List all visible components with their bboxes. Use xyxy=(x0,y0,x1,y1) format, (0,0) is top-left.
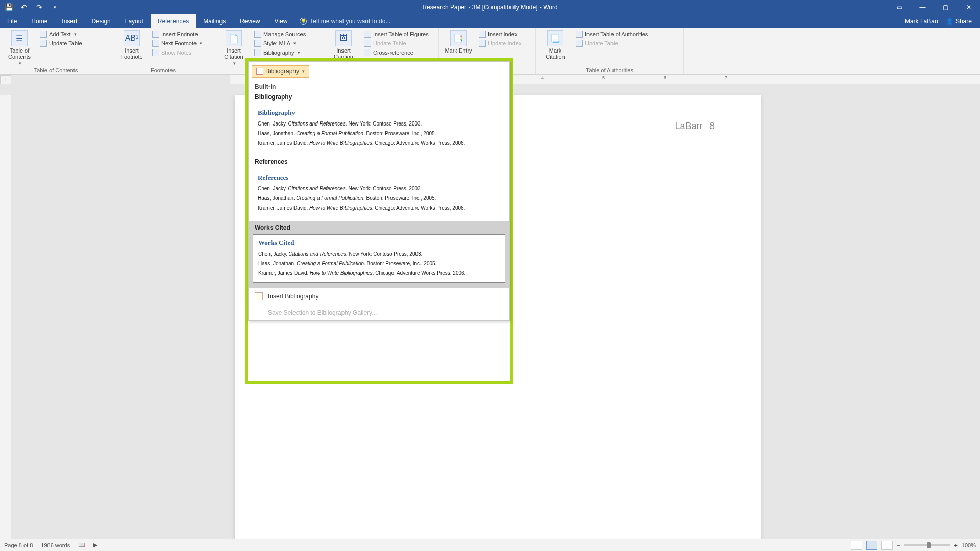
update-toa-button[interactable]: Update Table xyxy=(574,39,650,47)
zoom-out-button[interactable]: − xyxy=(897,542,900,548)
tab-file[interactable]: File xyxy=(0,14,24,28)
manage-sources-icon xyxy=(254,31,261,38)
tab-view[interactable]: View xyxy=(267,14,295,28)
tab-insert[interactable]: Insert xyxy=(55,14,84,28)
zoom-level[interactable]: 100% xyxy=(962,542,976,548)
insert-caption-button[interactable]: 🖼 Insert Caption xyxy=(328,30,359,60)
cross-ref-icon xyxy=(364,49,371,56)
toc-label: Table of Contents xyxy=(4,47,35,60)
add-text-button[interactable]: Add Text▾ xyxy=(38,30,84,38)
update-icon xyxy=(364,40,371,47)
show-notes-button[interactable]: Show Notes xyxy=(150,48,204,57)
tell-me-search[interactable]: 💡 Tell me what you want to do... xyxy=(295,14,390,28)
update-toc-button[interactable]: Update Table xyxy=(38,39,84,47)
update-index-button[interactable]: Update Index xyxy=(477,39,523,47)
insert-footnote-button[interactable]: AB¹ Insert Footnote xyxy=(116,30,147,60)
mark-entry-button[interactable]: 📑 Mark Entry xyxy=(443,30,474,54)
gallery-section-built-in: Built-In xyxy=(249,80,509,91)
bibliography-entry: Kramer, James David. How to Write Biblio… xyxy=(258,268,500,278)
tab-layout[interactable]: Layout xyxy=(118,14,151,28)
insert-endnote-button[interactable]: Insert Endnote xyxy=(150,30,204,38)
citation-icon: 📄 xyxy=(226,30,242,46)
gallery-item-label-references: References xyxy=(249,156,509,168)
group-label-toc: Table of Contents xyxy=(4,66,108,73)
bibliography-dropdown-button[interactable]: Bibliography▾ xyxy=(252,48,308,57)
update-icon xyxy=(479,40,486,47)
table-of-contents-button[interactable]: ☰ Table of Contents ▾ xyxy=(4,30,35,66)
bibliography-entry: Haas, Jonathan. Creating a Formal Public… xyxy=(258,193,500,203)
undo-icon[interactable]: ↶ xyxy=(19,3,29,12)
mark-entry-icon: 📑 xyxy=(450,30,467,46)
tell-me-placeholder: Tell me what you want to do... xyxy=(310,18,390,25)
maximize-button[interactable]: ▢ xyxy=(934,0,957,14)
tab-references[interactable]: References xyxy=(151,14,196,28)
bibliography-gallery-panel: Built-In Bibliography Bibliography Chen,… xyxy=(248,61,510,321)
macro-icon[interactable]: ▶ xyxy=(93,542,97,548)
gallery-item-bibliography[interactable]: Bibliography Chen, Jacky. Citations and … xyxy=(253,105,505,152)
share-icon: 👤 xyxy=(946,18,953,25)
tab-selector[interactable]: L xyxy=(0,75,11,84)
minimize-button[interactable]: — xyxy=(911,0,934,14)
print-layout-view-button[interactable] xyxy=(866,541,877,550)
qat-customize-icon[interactable]: ▾ xyxy=(50,3,59,12)
update-icon xyxy=(40,40,47,47)
citation-style-dropdown[interactable]: Style: MLA▾ xyxy=(252,39,308,47)
group-label-toa: Table of Authorities xyxy=(540,66,679,73)
update-tof-button[interactable]: Update Table xyxy=(362,39,431,47)
gallery-item-label-works-cited: Works Cited xyxy=(253,224,505,234)
style-icon xyxy=(254,40,261,47)
signed-in-user[interactable]: Mark LaBarr xyxy=(905,18,939,25)
bibliography-entry: Chen, Jacky. Citations and References. N… xyxy=(258,249,500,259)
chevron-down-icon: ▾ xyxy=(200,41,202,46)
share-button[interactable]: 👤 Share xyxy=(946,18,972,25)
save-icon[interactable]: 💾 xyxy=(4,3,13,12)
tab-mailings[interactable]: Mailings xyxy=(196,14,233,28)
mark-citation-button[interactable]: 📃 Mark Citation xyxy=(540,30,571,60)
chevron-down-icon: ▾ xyxy=(233,61,236,66)
chevron-down-icon: ▾ xyxy=(19,61,21,66)
add-text-icon xyxy=(40,31,47,38)
tab-review[interactable]: Review xyxy=(233,14,267,28)
web-layout-view-button[interactable] xyxy=(881,541,893,550)
read-mode-view-button[interactable] xyxy=(851,541,862,550)
status-bar: Page 8 of 8 1986 words 📖 ▶ − + 100% xyxy=(0,539,980,551)
tof-icon xyxy=(364,31,371,38)
spelling-icon[interactable]: 📖 xyxy=(78,542,85,548)
caption-icon: 🖼 xyxy=(335,30,352,46)
insert-table-of-figures-button[interactable]: Insert Table of Figures xyxy=(362,30,431,38)
next-footnote-button[interactable]: Next Footnote▾ xyxy=(150,39,204,47)
ribbon-display-options-icon[interactable]: ▭ xyxy=(888,0,911,14)
lightbulb-icon: 💡 xyxy=(300,18,307,25)
title-bar: 💾 ↶ ↷ ▾ Research Paper - 3M [Compatibili… xyxy=(0,0,980,14)
word-count[interactable]: 1986 words xyxy=(41,542,70,548)
toc-icon: ☰ xyxy=(11,30,28,46)
gallery-item-label-bibliography: Bibliography xyxy=(249,91,509,104)
cross-reference-button[interactable]: Cross-reference xyxy=(362,48,431,57)
redo-icon[interactable]: ↷ xyxy=(35,3,44,12)
insert-index-button[interactable]: Insert Index xyxy=(477,30,523,38)
tab-home[interactable]: Home xyxy=(24,14,55,28)
next-footnote-icon xyxy=(152,40,159,47)
zoom-slider[interactable] xyxy=(904,544,950,546)
mark-citation-icon: 📃 xyxy=(547,30,564,46)
footnote-icon: AB¹ xyxy=(124,30,140,46)
insert-citation-button[interactable]: 📄 Insert Citation ▾ xyxy=(218,30,249,66)
bibliography-entry: Haas, Jonathan. Creating a Formal Public… xyxy=(258,259,500,268)
page-indicator[interactable]: Page 8 of 8 xyxy=(4,542,33,548)
update-icon xyxy=(576,40,583,47)
bibliography-entry: Kramer, James David. How to Write Biblio… xyxy=(258,138,500,148)
group-label-footnotes: Footnotes xyxy=(116,66,210,73)
manage-sources-button[interactable]: Manage Sources xyxy=(252,30,308,38)
chevron-down-icon: ▾ xyxy=(74,32,77,37)
zoom-in-button[interactable]: + xyxy=(954,542,957,548)
insert-toa-button[interactable]: Insert Table of Authorities xyxy=(574,30,650,38)
vertical-ruler[interactable] xyxy=(0,95,11,539)
bibliography-dropdown-active[interactable]: Bibliography ▾ xyxy=(252,65,309,78)
insert-bibliography-menu-item[interactable]: Insert Bibliography xyxy=(249,288,509,305)
zoom-slider-thumb[interactable] xyxy=(927,542,931,548)
gallery-item-references[interactable]: References Chen, Jacky. Citations and Re… xyxy=(253,169,505,217)
endnote-icon xyxy=(152,31,159,38)
gallery-item-works-cited-wrap[interactable]: Works Cited Works Cited Chen, Jacky. Cit… xyxy=(249,221,509,288)
close-button[interactable]: ✕ xyxy=(957,0,980,14)
tab-design[interactable]: Design xyxy=(84,14,117,28)
